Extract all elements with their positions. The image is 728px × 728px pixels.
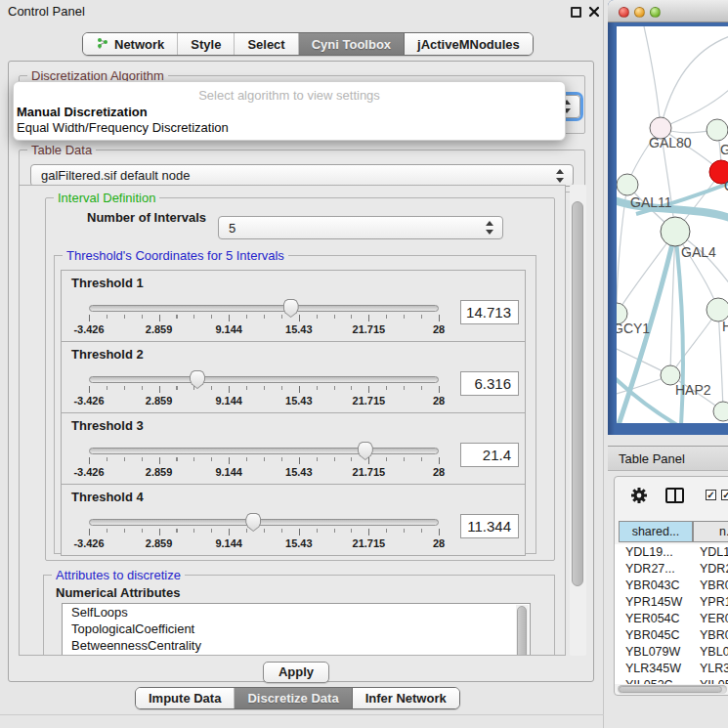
slider-minor-ticks — [89, 386, 440, 390]
float-window-icon[interactable] — [571, 7, 581, 18]
table-row[interactable]: YDL19...YDL19 — [615, 544, 728, 561]
table-row[interactable]: YER054CYER05 — [615, 611, 728, 627]
scrollbar-thumb[interactable] — [619, 686, 722, 693]
table-row[interactable]: YIL052CYIL05 — [615, 677, 728, 684]
screen: Control Panel NetworkStyleSelectCyni Too… — [0, 0, 728, 728]
slider-major-tick — [439, 386, 440, 393]
num-intervals-select[interactable]: 5 — [218, 216, 503, 239]
table-cell[interactable]: YPR145W — [615, 594, 693, 611]
close-icon[interactable] — [588, 6, 600, 18]
list-item-betweennesscentrality[interactable]: BetweennessCentrality — [63, 637, 530, 654]
checkbox-icon[interactable]: ✓ — [721, 490, 728, 500]
tab-label: Cyni Toolbox — [312, 37, 391, 52]
table-cell[interactable]: YDR27... — [615, 561, 693, 578]
table-cell[interactable]: YIL052C — [615, 677, 693, 684]
slider-major-tick — [299, 529, 300, 535]
tab-select[interactable]: Select — [235, 33, 298, 55]
menu-item-manual-discretization[interactable]: Manual Discretization — [17, 105, 564, 119]
tick-label: 15.43 — [285, 537, 313, 549]
threshold-value-field[interactable]: 14.713 — [460, 300, 519, 324]
scrollbar-thumb[interactable] — [517, 606, 527, 656]
slider-track[interactable] — [89, 376, 439, 383]
table-row[interactable]: YBR045CYBR04 — [615, 627, 728, 644]
table-data-selected-value: galFiltered.sif default node — [41, 165, 190, 187]
table-row[interactable]: YDR27...YDR27 — [615, 561, 728, 578]
slider-major-tick — [89, 386, 90, 393]
slider-minor-ticks — [89, 529, 440, 533]
numerical-attributes-list[interactable]: SelfLoopsTopologicalCoefficientBetweenne… — [62, 603, 531, 656]
tick-label: 21.715 — [353, 537, 386, 549]
threshold-value-field[interactable]: 6.316 — [460, 371, 519, 396]
list-item-topologicalcoefficient[interactable]: TopologicalCoefficient — [63, 621, 530, 637]
list-scrollbar[interactable] — [516, 605, 529, 656]
group-title: Threshold's Coordinates for 5 Intervals — [63, 248, 288, 263]
column-header-shared-name[interactable]: shared... — [619, 521, 693, 542]
tab-label: Discretize Data — [247, 691, 338, 706]
table-cell[interactable]: YDR27 — [693, 561, 728, 578]
algorithm-dropdown-popup: Select algorithm to view settings Manual… — [13, 81, 566, 141]
table-cell[interactable]: YBR04 — [693, 627, 728, 644]
interval-definition-group: Interval Definition Number of Intervals … — [45, 197, 555, 561]
node-label: H — [722, 319, 728, 334]
tab-infer-network[interactable]: Infer Network — [353, 688, 459, 708]
threshold-panel-3: Threshold 3-3.4262.8599.14415.4321.71528… — [61, 412, 526, 485]
slider-track[interactable] — [89, 448, 439, 454]
close-window-icon[interactable] — [619, 7, 629, 18]
table-cell[interactable]: YBL079W — [615, 644, 693, 661]
table-cell[interactable]: YBL07 — [693, 644, 728, 661]
list-item-selfloops[interactable]: SelfLoops — [63, 604, 530, 621]
table-cell[interactable]: YDL19... — [615, 544, 693, 561]
slider-track[interactable] — [89, 519, 439, 526]
tick-label: 15.43 — [285, 466, 313, 478]
network-node[interactable] — [617, 174, 638, 195]
threshold-value-field[interactable]: 21.4 — [460, 443, 519, 467]
tab-network[interactable]: Network — [83, 33, 178, 55]
panel-title: Control Panel — [8, 4, 85, 19]
table-cell[interactable]: YDL19 — [693, 544, 728, 561]
network-node[interactable] — [707, 119, 728, 141]
minimize-window-icon[interactable] — [634, 7, 645, 18]
tick-label: 2.859 — [146, 466, 173, 478]
scrollbar-thumb[interactable] — [572, 201, 583, 586]
menu-item-equal-width-frequency[interactable]: Equal Width/Frequency Discretization — [17, 120, 564, 135]
apply-button[interactable]: Apply — [263, 662, 329, 683]
network-node[interactable] — [661, 217, 690, 246]
threshold-label: Threshold 2 — [71, 347, 144, 362]
threshold-label: Threshold 3 — [71, 418, 144, 433]
table-row[interactable]: YLR345WYLR34 — [615, 661, 728, 677]
table-cell[interactable]: YBR045C — [615, 627, 693, 644]
tab-impute-data[interactable]: Impute Data — [136, 688, 235, 708]
slider-track[interactable] — [89, 305, 439, 312]
tab-style[interactable]: Style — [178, 33, 235, 55]
split-columns-icon[interactable] — [665, 488, 684, 503]
column-header-name[interactable]: n... — [693, 521, 728, 542]
tab-discretize-data[interactable]: Discretize Data — [235, 688, 352, 708]
tab-jactivemnodules[interactable]: jActiveMNodules — [405, 33, 533, 55]
table-hscrollbar[interactable] — [618, 685, 727, 694]
table-cell[interactable]: YER05 — [693, 611, 728, 627]
table-cell[interactable]: YBR043C — [615, 578, 693, 594]
table-row[interactable]: YBR043CYBR04 — [615, 578, 728, 594]
tab-cyni-toolbox[interactable]: Cyni Toolbox — [299, 33, 405, 55]
table-row[interactable]: YBL079WYBL07 — [615, 644, 728, 661]
zoom-window-icon[interactable] — [650, 7, 661, 18]
settings-scrollbar[interactable] — [570, 185, 586, 656]
table-cell[interactable]: YLR345W — [615, 661, 693, 677]
table-cell[interactable]: YIL05 — [693, 677, 728, 684]
network-canvas[interactable]: GAL80GACGAL11GAL4GCY1HHAP2 — [617, 26, 728, 423]
stepper-arrows-icon — [485, 220, 493, 236]
table-row[interactable]: YPR145WYPR14 — [615, 594, 728, 611]
table-cell[interactable]: YBR04 — [693, 578, 728, 594]
table-data-select[interactable]: galFiltered.sif default node — [30, 164, 574, 187]
gear-icon[interactable] — [630, 487, 648, 504]
threshold-panel-1: Threshold 1-3.4262.8599.14415.4321.71528… — [61, 270, 526, 342]
table-cell[interactable]: YER054C — [615, 611, 693, 627]
network-node[interactable] — [713, 402, 728, 421]
checkbox-icon[interactable]: ✓ — [706, 490, 716, 500]
table-cell[interactable]: YPR14 — [693, 594, 728, 611]
threshold-value-field[interactable]: 11.344 — [460, 514, 519, 538]
table-cell[interactable]: YLR34 — [693, 661, 728, 677]
attributes-group: Attributes to discretize Numerical Attri… — [43, 575, 555, 656]
network-window-titlebar[interactable] — [608, 0, 728, 22]
slider-major-tick — [229, 386, 230, 393]
